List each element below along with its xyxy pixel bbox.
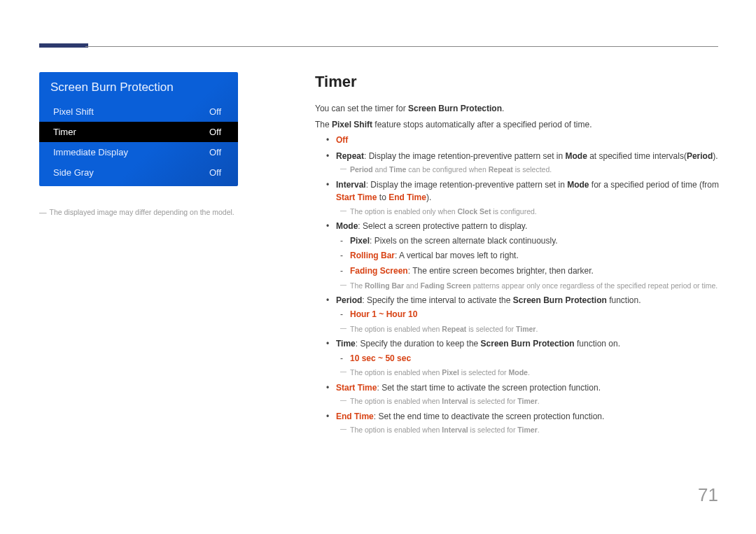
header-accent — [39, 43, 88, 48]
sub-period-value: Hour 1 ~ Hour 10 — [336, 308, 721, 321]
intro-line-2: The Pixel Shift feature stops automatica… — [315, 118, 721, 132]
option-mode: Mode: Select a screen protective pattern… — [315, 220, 721, 291]
sub-pixel: Pixel: Pixels on the screen alternate bl… — [336, 234, 721, 248]
menu-panel: Screen Burn Protection Pixel Shift Off T… — [39, 72, 238, 186]
option-off: Off — [315, 134, 721, 147]
note-interval: The option is enabled only when Clock Se… — [336, 206, 721, 217]
menu-item-side-gray[interactable]: Side Gray Off — [39, 162, 238, 186]
menu-caption: ―The displayed image may differ dependin… — [39, 208, 234, 216]
menu-item-label: Immediate Display — [53, 147, 128, 157]
content-body: Timer You can set the timer for Screen B… — [315, 70, 721, 438]
menu-item-label: Side Gray — [53, 167, 94, 178]
option-repeat: Repeat: Display the image retention-prev… — [315, 150, 721, 176]
sub-rolling-bar: Rolling Bar: A vertical bar moves left t… — [336, 249, 721, 262]
menu-title: Screen Burn Protection — [39, 72, 238, 101]
option-start-time: Start Time: Set the start time to activa… — [315, 381, 721, 407]
note-start: The option is enabled when Interval is s… — [336, 395, 721, 407]
menu-item-value: Off — [209, 147, 221, 157]
sub-fading-screen: Fading Screen: The entire screen becomes… — [336, 265, 721, 278]
menu-item-immediate-display[interactable]: Immediate Display Off — [39, 142, 238, 162]
option-interval: Interval: Display the image retention-pr… — [315, 178, 721, 217]
menu-item-value: Off — [209, 106, 221, 117]
section-heading: Timer — [315, 70, 721, 94]
intro-line-1: You can set the timer for Screen Burn Pr… — [315, 102, 721, 115]
option-end-time: End Time: Set the end time to deactivate… — [315, 410, 721, 436]
menu-item-pixel-shift[interactable]: Pixel Shift Off — [39, 101, 238, 122]
note-end: The option is enabled when Interval is s… — [336, 424, 721, 435]
sub-time-value: 10 sec ~ 50 sec — [336, 352, 721, 365]
menu-item-timer[interactable]: Timer Off — [39, 122, 238, 142]
page-number: 71 — [698, 484, 718, 506]
option-time: Time: Specify the duration to keep the S… — [315, 337, 721, 378]
menu-item-label: Pixel Shift — [53, 106, 94, 117]
menu-item-label: Timer — [53, 127, 76, 137]
note-period: The option is enabled when Repeat is sel… — [336, 323, 721, 335]
header-rule — [85, 46, 718, 47]
note-mode: The Rolling Bar and Fading Screen patter… — [336, 280, 721, 291]
menu-item-value: Off — [209, 127, 221, 137]
option-period: Period: Specify the time interval to act… — [315, 294, 721, 335]
note-repeat: Period and Time can be configured when R… — [336, 164, 721, 175]
note-time: The option is enabled when Pixel is sele… — [336, 367, 721, 378]
menu-item-value: Off — [209, 167, 221, 178]
